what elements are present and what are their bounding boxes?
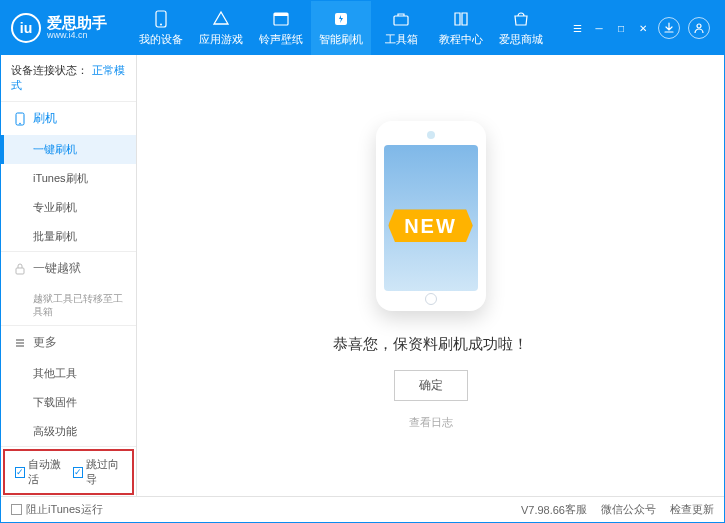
svg-point-22	[485, 251, 491, 257]
section-刷机[interactable]: 刷机	[1, 102, 136, 135]
version-label: V7.98.66	[521, 504, 565, 516]
flash-icon	[13, 112, 27, 126]
download-button[interactable]	[658, 17, 680, 39]
nav-flash[interactable]: 智能刷机	[311, 1, 371, 55]
sidebar-item[interactable]: 批量刷机	[1, 222, 136, 251]
checkbox-自动激活[interactable]: ✓自动激活	[15, 457, 65, 487]
app-url: www.i4.cn	[47, 31, 107, 41]
minimize-icon[interactable]: ─	[592, 21, 606, 35]
svg-rect-9	[16, 268, 24, 274]
sidebar-item[interactable]: iTunes刷机	[1, 164, 136, 193]
logo: iu 爱思助手 www.i4.cn	[11, 13, 131, 43]
svg-point-8	[19, 122, 21, 124]
success-illustration: NEW	[376, 121, 486, 311]
menu-icon[interactable]: ☰	[570, 21, 584, 35]
block-itunes-checkbox[interactable]: 阻止iTunes运行	[11, 502, 103, 517]
svg-point-21	[489, 175, 495, 181]
checkbox-icon: ✓	[73, 467, 83, 478]
logo-icon: iu	[11, 13, 41, 43]
svg-point-6	[697, 24, 701, 28]
footer-link[interactable]: 检查更新	[670, 503, 714, 515]
title-bar: iu 爱思助手 www.i4.cn 我的设备应用游戏铃声壁纸智能刷机工具箱教程中…	[1, 1, 724, 55]
footer-link[interactable]: 微信公众号	[601, 503, 656, 515]
sidebar-item[interactable]: 一键刷机	[1, 135, 136, 164]
new-ribbon: NEW	[388, 209, 473, 242]
checkbox-跳过向导[interactable]: ✓跳过向导	[73, 457, 123, 487]
svg-rect-3	[274, 13, 288, 16]
svg-point-1	[160, 23, 162, 25]
nav-media[interactable]: 铃声壁纸	[251, 1, 311, 55]
sidebar-item[interactable]: 专业刷机	[1, 193, 136, 222]
sidebar: 设备连接状态：正常模式 刷机一键刷机iTunes刷机专业刷机批量刷机一键越狱越狱…	[1, 55, 137, 496]
main-nav: 我的设备应用游戏铃声壁纸智能刷机工具箱教程中心爱思商城	[131, 1, 570, 55]
apps-icon	[211, 10, 231, 28]
view-log-link[interactable]: 查看日志	[409, 415, 453, 430]
sidebar-item: 越狱工具已转移至工具箱	[1, 285, 136, 325]
footer-link[interactable]: 客服	[565, 503, 587, 515]
user-button[interactable]	[688, 17, 710, 39]
book-icon	[451, 10, 471, 28]
svg-line-18	[484, 150, 497, 163]
lock-icon	[13, 262, 27, 276]
success-message: 恭喜您，保资料刷机成功啦！	[333, 335, 528, 354]
nav-apps[interactable]: 应用游戏	[191, 1, 251, 55]
shop-icon	[511, 10, 531, 28]
toolbox-icon	[391, 10, 411, 28]
section-更多[interactable]: 更多	[1, 326, 136, 359]
nav-phone[interactable]: 我的设备	[131, 1, 191, 55]
option-checkboxes: ✓自动激活✓跳过向导	[3, 449, 134, 495]
app-window: { "header": { "logo_title": "爱思助手", "log…	[0, 0, 725, 523]
status-bar: 阻止iTunes运行 V7.98.66 客服微信公众号检查更新	[1, 496, 724, 522]
media-icon	[271, 10, 291, 28]
connection-status: 设备连接状态：正常模式	[1, 55, 136, 102]
checkbox-icon: ✓	[15, 467, 25, 478]
section-一键越狱[interactable]: 一键越狱	[1, 252, 136, 285]
nav-shop[interactable]: 爱思商城	[491, 1, 551, 55]
close-icon[interactable]: ✕	[636, 21, 650, 35]
app-title: 爱思助手	[47, 15, 107, 32]
svg-line-17	[484, 269, 497, 282]
nav-book[interactable]: 教程中心	[431, 1, 491, 55]
maximize-icon[interactable]: □	[614, 21, 628, 35]
sidebar-item[interactable]: 其他工具	[1, 359, 136, 388]
sidebar-item[interactable]: 高级功能	[1, 417, 136, 446]
more-icon	[13, 336, 27, 350]
flash-icon	[331, 10, 351, 28]
phone-icon	[151, 10, 171, 28]
ok-button[interactable]: 确定	[394, 370, 468, 401]
main-content: NEW 恭喜您，保资料刷机成功啦！ 确定 查看日志	[137, 55, 724, 496]
sidebar-item[interactable]: 下载固件	[1, 388, 136, 417]
nav-toolbox[interactable]: 工具箱	[371, 1, 431, 55]
window-controls: ☰ ─ □ ✕	[570, 17, 714, 39]
svg-rect-5	[394, 16, 408, 25]
